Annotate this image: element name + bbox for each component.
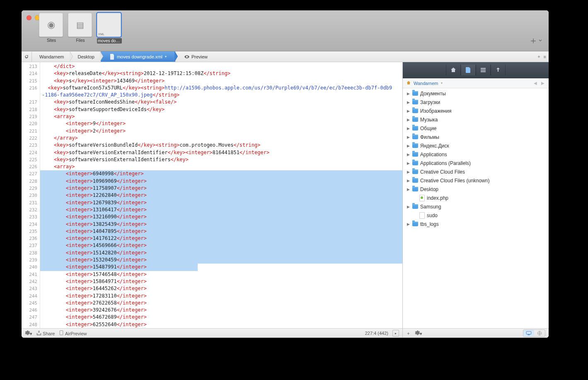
- path-bar: Wandarnem Desktop moves downgrade.xml ▾ …: [22, 51, 549, 62]
- tab-label: moves downgrade: [97, 38, 122, 44]
- breadcrumb-root[interactable]: Wandarnem: [32, 51, 70, 62]
- share-icon: [36, 330, 41, 335]
- nav-back-button[interactable]: ◀: [534, 81, 537, 85]
- chevron-down-icon: ▾: [441, 81, 443, 85]
- line-gutter: 2132142152162172182192202212222232242252…: [22, 62, 40, 328]
- disclosure-triangle-icon[interactable]: ▶: [406, 187, 410, 191]
- home-icon: [450, 67, 457, 73]
- disclosure-triangle-icon[interactable]: ▶: [406, 161, 410, 165]
- folder-icon: [412, 160, 419, 167]
- tree-item[interactable]: ▶Samsung: [403, 202, 549, 211]
- folder-icon: [412, 125, 419, 132]
- add-pane-button[interactable]: ＋: [537, 53, 541, 60]
- new-tab-button[interactable]: ＋: [529, 34, 542, 47]
- disclosure-triangle-icon[interactable]: ▶: [406, 126, 410, 131]
- tree-item[interactable]: ▶Фильмы: [403, 133, 549, 141]
- reload-icon: [24, 54, 29, 59]
- inspector-tab-publish[interactable]: [491, 65, 506, 75]
- tree-item[interactable]: ▶Creative Cloud Files (unknown): [403, 176, 549, 185]
- tree-item[interactable]: ▶sudo: [403, 211, 549, 220]
- disclosure-triangle-icon[interactable]: ▶: [406, 100, 410, 104]
- view-remote-button[interactable]: [534, 330, 545, 336]
- gear-menu-button[interactable]: ▾: [25, 330, 32, 336]
- symbols-popup-button[interactable]: ▸: [392, 330, 399, 336]
- inspector-tab-home[interactable]: [446, 65, 461, 75]
- airpreview-button[interactable]: AirPreview: [59, 330, 87, 336]
- pathbar-right-controls: ＋ ≡: [537, 53, 549, 60]
- inspector-tab-files[interactable]: [461, 65, 476, 75]
- tree-item[interactable]: ▶Документы: [403, 89, 549, 98]
- tree-item[interactable]: ▶Applications: [403, 150, 549, 159]
- disclosure-triangle-icon[interactable]: ▶: [406, 92, 410, 96]
- tree-item-label: Фильмы: [420, 134, 439, 140]
- tree-item-label: Creative Cloud Files: [420, 169, 465, 175]
- disclosure-triangle-icon[interactable]: ▶: [406, 170, 410, 174]
- globe-icon: [537, 331, 542, 336]
- app-window: ◉ Sites ▤ Files XML moves downgrade ＋: [22, 10, 549, 338]
- code-area[interactable]: </dict> <key>releaseDate</key><string>20…: [40, 62, 402, 328]
- tree-item[interactable]: ▶Desktop: [403, 185, 549, 194]
- tree-item[interactable]: ▶Applications (Parallels): [403, 159, 549, 167]
- tab-label: Files: [68, 38, 93, 43]
- editor-pane: 2132142152162172182192202212222232242252…: [22, 62, 403, 338]
- tree-item[interactable]: ▶Общие: [403, 124, 549, 133]
- tree-item-label: index.php: [427, 195, 448, 201]
- share-button[interactable]: Share: [36, 330, 55, 336]
- tree-item[interactable]: ▶Изображения: [403, 106, 549, 115]
- folder-icon: [412, 108, 419, 114]
- monitor-icon: [526, 331, 532, 335]
- tree-item[interactable]: ▶index.php: [403, 194, 549, 202]
- inspector-root-label: Wandarnem: [414, 81, 438, 86]
- tree-item[interactable]: ▶Загрузки: [403, 98, 549, 106]
- view-local-button[interactable]: [523, 330, 534, 336]
- inspector-breadcrumb[interactable]: Wandarnem ▾ ◀ ▶: [403, 78, 549, 88]
- disclosure-triangle-icon[interactable]: ▶: [406, 118, 410, 122]
- tree-item-label: Документы: [420, 91, 446, 97]
- breadcrumb-folder[interactable]: Desktop: [70, 51, 101, 62]
- close-window-button[interactable]: [27, 15, 31, 20]
- disclosure-triangle-icon[interactable]: ▶: [406, 135, 410, 139]
- gear-icon: [25, 330, 30, 335]
- disclosure-triangle-icon[interactable]: ▶: [406, 144, 410, 148]
- tree-item[interactable]: ▶tbs_logs: [403, 220, 549, 228]
- gear-menu-button[interactable]: ▾: [415, 330, 422, 336]
- tree-item-label: Музыка: [420, 117, 438, 123]
- add-file-button[interactable]: ＋: [406, 330, 411, 336]
- file-tree[interactable]: ▶Документы▶Загрузки▶Изображения▶Музыка▶О…: [403, 88, 549, 328]
- breadcrumb-file[interactable]: moves downgrade.xml ▾: [101, 51, 175, 62]
- disclosure-triangle-icon[interactable]: ▶: [406, 222, 410, 226]
- tree-item[interactable]: ▶Creative Cloud Files: [403, 167, 549, 176]
- chevron-down-icon: ▾: [165, 55, 167, 58]
- breadcrumb-preview[interactable]: Preview: [175, 51, 214, 62]
- tab-files[interactable]: ▤ Files: [68, 13, 93, 44]
- disclosure-triangle-icon[interactable]: ▶: [406, 179, 410, 183]
- tree-item-label: Загрузки: [420, 99, 440, 105]
- tree-item-label: Creative Cloud Files (unknown): [420, 178, 489, 184]
- reload-button[interactable]: [22, 52, 32, 62]
- file-icon: [110, 54, 115, 59]
- inspector-status-bar: ＋ ▾: [403, 328, 549, 338]
- nav-forward-button[interactable]: ▶: [541, 81, 544, 85]
- upload-icon: [495, 67, 501, 73]
- list-button[interactable]: ≡: [544, 54, 546, 59]
- file-icon: [465, 67, 472, 73]
- inspector-tab-clips[interactable]: [476, 65, 491, 75]
- disclosure-triangle-icon[interactable]: ▶: [406, 109, 410, 113]
- disclosure-triangle-icon[interactable]: ▶: [406, 205, 410, 209]
- home-icon: [406, 80, 411, 86]
- cursor-position: 227:4 (442): [365, 331, 388, 336]
- code-editor[interactable]: 2132142152162172182192202212222232242252…: [22, 62, 402, 328]
- folder-icon: [412, 90, 419, 97]
- tree-item[interactable]: ▶Яндекс.Диск: [403, 141, 549, 150]
- folder-icon: [412, 116, 419, 123]
- lines-icon: [480, 67, 486, 73]
- disclosure-triangle-icon[interactable]: ▶: [406, 152, 410, 157]
- tree-item[interactable]: ▶Музыка: [403, 115, 549, 124]
- svg-rect-2: [528, 334, 530, 335]
- folder-icon: [412, 99, 419, 106]
- tab-current-file[interactable]: XML moves downgrade: [97, 13, 122, 44]
- svg-rect-0: [60, 331, 63, 335]
- plus-icon: ＋: [529, 34, 538, 47]
- tab-sites[interactable]: ◉ Sites: [39, 13, 64, 44]
- title-toolbar: ◉ Sites ▤ Files XML moves downgrade ＋: [22, 10, 549, 51]
